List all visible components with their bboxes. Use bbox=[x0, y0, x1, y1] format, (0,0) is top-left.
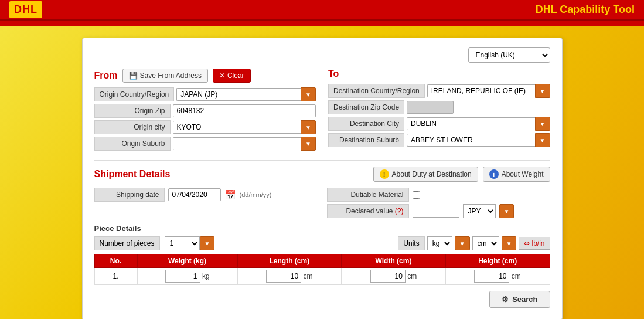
pieces-row: Piece Details bbox=[94, 224, 550, 233]
width-unit: cm bbox=[407, 272, 417, 280]
col-height: Height (cm) bbox=[445, 254, 550, 268]
units-label: Units bbox=[398, 236, 424, 250]
dest-suburb-dropdown-btn[interactable]: ▼ bbox=[535, 133, 550, 147]
height-unit: cm bbox=[512, 272, 521, 280]
piece-table: No. Weight (kg) Length (cm) Width (cm) H… bbox=[94, 254, 550, 285]
save-icon: 💾 bbox=[129, 72, 138, 80]
to-title: To bbox=[328, 69, 339, 79]
units-kg-select[interactable]: kglb bbox=[427, 236, 452, 250]
origin-zip-input[interactable] bbox=[173, 104, 316, 117]
origin-suburb-input[interactable] bbox=[173, 137, 301, 150]
width-input[interactable] bbox=[370, 270, 406, 283]
shipping-date-input[interactable] bbox=[168, 188, 221, 201]
from-to-wrapper: From 💾 Save From Address ✕ Clear Origin … bbox=[94, 69, 550, 153]
cell-width: cm bbox=[342, 268, 446, 285]
cell-weight: kg bbox=[137, 268, 237, 285]
length-unit: cm bbox=[304, 272, 313, 280]
app-title: DHL Capability Tool bbox=[536, 4, 635, 16]
col-weight: Weight (kg) bbox=[137, 254, 237, 268]
dest-suburb-field: ▼ bbox=[404, 133, 550, 147]
duty-at-destination-button[interactable]: ! About Duty at Destination bbox=[373, 167, 478, 182]
dest-zip-label: Destination Zip Code bbox=[328, 100, 404, 114]
from-section: From 💾 Save From Address ✕ Clear Origin … bbox=[94, 69, 322, 153]
calendar-icon[interactable]: 📅 bbox=[224, 189, 236, 201]
form-card: English (UK) From 💾 Save From Address ✕ … bbox=[82, 38, 563, 319]
about-weight-button[interactable]: i About Weight bbox=[483, 167, 550, 182]
to-header: To bbox=[328, 69, 550, 79]
search-button[interactable]: ⚙ Search bbox=[489, 291, 550, 308]
origin-city-dropdown-btn[interactable]: ▼ bbox=[301, 120, 316, 134]
dest-zip-row: Destination Zip Code bbox=[328, 100, 550, 114]
currency-dropdown-btn[interactable]: ▼ bbox=[499, 204, 514, 218]
col-no: No. bbox=[94, 254, 137, 268]
length-input[interactable] bbox=[266, 270, 301, 283]
num-pieces-label: Number of pieces bbox=[94, 236, 160, 250]
declared-label: Declared value (?) bbox=[327, 204, 409, 218]
search-row: ⚙ Search bbox=[94, 291, 550, 308]
dest-suburb-input[interactable] bbox=[407, 134, 535, 147]
date-format-hint: (dd/mm/yy) bbox=[240, 191, 272, 198]
dest-country-input[interactable] bbox=[427, 84, 535, 97]
origin-country-row: Origin Country/Region ▼ bbox=[94, 87, 316, 101]
origin-suburb-row: Origin Suburb ▼ bbox=[94, 137, 316, 151]
units-cm-select[interactable]: cmin bbox=[472, 236, 499, 250]
origin-suburb-field: ▼ bbox=[171, 137, 316, 151]
units-cm-dropdown-btn[interactable]: ▼ bbox=[502, 236, 517, 250]
header: DHL DHL Capability Tool bbox=[0, 0, 644, 21]
piece-details-section: Piece Details Number of pieces 12345 ▼ U… bbox=[94, 224, 550, 308]
cell-length: cm bbox=[237, 268, 342, 285]
clear-button[interactable]: ✕ Clear bbox=[213, 69, 251, 83]
declared-value-input[interactable] bbox=[413, 205, 459, 218]
num-pieces-select[interactable]: 12345 bbox=[165, 236, 200, 250]
shipment-left: Shipping date 📅 (dd/mm/yy) bbox=[94, 188, 318, 218]
dest-suburb-row: Destination Suburb ▼ bbox=[328, 133, 550, 147]
declared-help-link[interactable]: (?) bbox=[395, 207, 404, 215]
dest-zip-field bbox=[404, 101, 550, 114]
shipment-right: Dutiable Material Declared value (?) JPY… bbox=[327, 188, 550, 218]
dutiable-row: Dutiable Material bbox=[327, 188, 550, 202]
dest-city-row: Destination City ▼ bbox=[328, 117, 550, 131]
origin-country-dropdown-btn[interactable]: ▼ bbox=[301, 87, 316, 101]
origin-city-input[interactable] bbox=[173, 121, 301, 134]
dest-city-input[interactable] bbox=[407, 117, 535, 130]
origin-country-input[interactable] bbox=[176, 88, 301, 101]
table-row: 1. kg cm cm cm bbox=[94, 268, 550, 285]
dest-city-dropdown-btn[interactable]: ▼ bbox=[535, 117, 550, 131]
lb-in-button[interactable]: ⇔ lb/in bbox=[519, 237, 550, 250]
to-section: To Destination Country/Region ▼ bbox=[322, 69, 550, 153]
currency-select[interactable]: JPY USD EUR GBP bbox=[463, 204, 496, 218]
shipment-details-content: Shipping date 📅 (dd/mm/yy) Dutiable Mate… bbox=[94, 188, 550, 218]
units-kg-dropdown-btn[interactable]: ▼ bbox=[455, 236, 470, 250]
shipment-title: Shipment Details bbox=[94, 169, 171, 179]
language-row: English (UK) bbox=[94, 47, 550, 63]
height-input[interactable] bbox=[474, 270, 509, 283]
dest-country-row: Destination Country/Region ▼ bbox=[328, 84, 550, 98]
dest-city-label: Destination City bbox=[328, 117, 404, 131]
origin-suburb-dropdown-btn[interactable]: ▼ bbox=[301, 137, 316, 151]
origin-zip-row: Origin Zip bbox=[94, 104, 316, 118]
origin-country-field: ▼ bbox=[174, 87, 316, 101]
shipment-buttons: ! About Duty at Destination i About Weig… bbox=[373, 167, 550, 182]
duty-icon: ! bbox=[380, 169, 389, 179]
dest-country-dropdown-btn[interactable]: ▼ bbox=[535, 84, 550, 98]
col-length: Length (cm) bbox=[237, 254, 342, 268]
shipping-date-label: Shipping date bbox=[94, 188, 165, 202]
language-select[interactable]: English (UK) bbox=[468, 47, 550, 63]
dest-country-label: Destination Country/Region bbox=[328, 84, 425, 98]
clear-icon: ✕ bbox=[219, 72, 225, 80]
cell-no: 1. bbox=[94, 268, 137, 285]
shipping-date-row: Shipping date 📅 (dd/mm/yy) bbox=[94, 188, 318, 202]
cell-height: cm bbox=[445, 268, 550, 285]
dhl-logo: DHL bbox=[9, 1, 42, 18]
dest-country-field: ▼ bbox=[425, 84, 550, 98]
origin-city-field: ▼ bbox=[171, 120, 316, 134]
num-pieces-dropdown-btn[interactable]: ▼ bbox=[200, 236, 215, 250]
dest-zip-input[interactable] bbox=[407, 101, 454, 114]
logo-area: DHL bbox=[9, 1, 42, 18]
save-from-button[interactable]: 💾 Save From Address bbox=[122, 69, 208, 83]
origin-city-row: Origin city ▼ bbox=[94, 120, 316, 134]
shipment-header: Shipment Details ! About Duty at Destina… bbox=[94, 160, 550, 182]
origin-country-label: Origin Country/Region bbox=[94, 87, 175, 101]
dutiable-checkbox[interactable] bbox=[413, 191, 420, 199]
weight-input[interactable] bbox=[165, 270, 200, 283]
